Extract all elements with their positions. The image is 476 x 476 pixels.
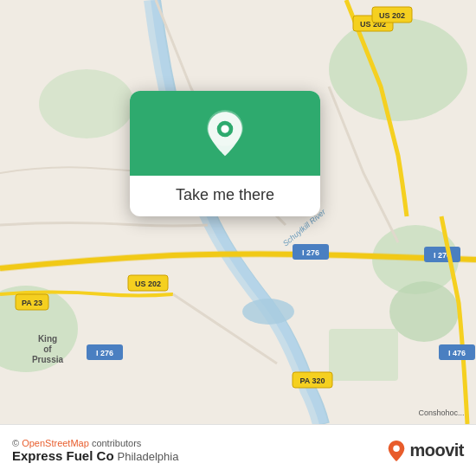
- svg-text:Conshohoc...: Conshohoc...: [418, 408, 464, 417]
- svg-text:I 476: I 476: [448, 349, 466, 357]
- svg-text:of: of: [43, 344, 52, 354]
- map-container: I 276 I 276 I 476 US 202 US 202 PA 23 I …: [0, 0, 476, 424]
- svg-text:PA 23: PA 23: [22, 299, 42, 307]
- attribution-prefix: ©: [12, 438, 22, 448]
- svg-text:I 276: I 276: [96, 349, 113, 357]
- moovit-text: moovit: [409, 441, 464, 460]
- svg-point-5: [39, 69, 134, 138]
- svg-text:US 202: US 202: [379, 11, 405, 20]
- attribution: © OpenStreetMap contributors: [12, 438, 178, 448]
- popup-card: Take me there: [130, 91, 320, 216]
- location-pin-icon: [204, 110, 246, 160]
- popup-bottom: Take me there: [130, 176, 320, 216]
- svg-text:King: King: [38, 334, 57, 344]
- svg-point-34: [221, 125, 228, 132]
- attribution-suffix: contributors: [89, 438, 142, 448]
- bottom-bar: © OpenStreetMap contributors Express Fue…: [0, 424, 476, 476]
- svg-rect-6: [329, 329, 398, 381]
- place-name: Express Fuel Co: [12, 448, 114, 463]
- svg-text:US 202: US 202: [135, 280, 161, 288]
- svg-point-35: [394, 445, 400, 451]
- svg-point-4: [389, 281, 459, 342]
- svg-point-7: [242, 299, 294, 325]
- svg-text:PA 320: PA 320: [299, 376, 325, 385]
- place-city: Philadelphia: [118, 450, 179, 463]
- take-me-there-button[interactable]: Take me there: [176, 186, 274, 204]
- svg-text:I 276: I 276: [302, 248, 319, 257]
- moovit-logo: moovit: [387, 440, 464, 462]
- svg-point-1: [329, 17, 467, 121]
- svg-text:Prussia: Prussia: [32, 355, 64, 364]
- popup-top: [130, 91, 320, 176]
- moovit-pin-icon: [387, 440, 406, 462]
- openstreetmap-link[interactable]: OpenStreetMap: [22, 438, 89, 448]
- place-info: © OpenStreetMap contributors Express Fue…: [12, 438, 178, 463]
